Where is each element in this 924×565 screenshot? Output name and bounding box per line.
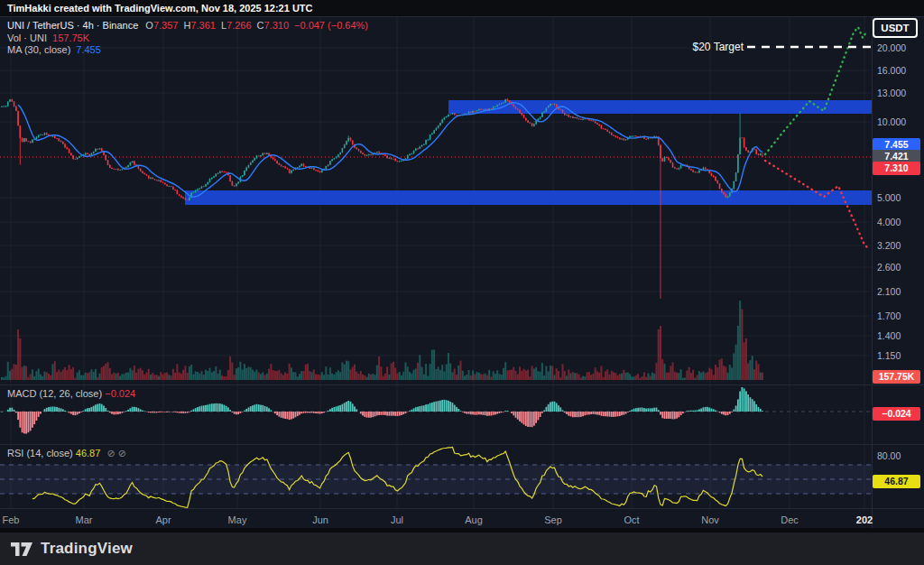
legend-ma-row: MA (30, close) 7.455 [7, 44, 368, 57]
time-axis-label: 202 [856, 514, 873, 525]
symbol-title[interactable]: UNI / TetherUS · 4h · Binance [7, 20, 138, 32]
rsi-hidden-icons: ⊘ ⊘ [106, 448, 126, 458]
price-badge: 7.455 [873, 138, 920, 152]
high-value: H7.361 [183, 20, 215, 32]
time-axis-label: Nov [701, 514, 719, 525]
tradingview-published-chart: TimHakki created with TradingView.com, N… [0, 0, 924, 565]
macd-value: −0.024 [105, 388, 135, 399]
symbol-legend: UNI / TetherUS · 4h · Binance O7.357 H7.… [7, 20, 368, 57]
time-axis-label: Apr [155, 514, 171, 525]
price-axis-tick: 13.000 [877, 88, 906, 98]
legend-volume-row: Vol · UNI 157.75K [7, 32, 368, 45]
close-value: C7.310 [257, 20, 289, 32]
rsi-value: 46.87 [76, 448, 101, 458]
price-axis-tick: 1.700 [877, 310, 901, 321]
time-axis-label: Oct [624, 514, 639, 525]
price-axis-tick: 16.000 [877, 65, 906, 76]
price-badge: 46.87 [873, 475, 920, 488]
ma-label[interactable]: MA (30, close) [7, 44, 70, 57]
pane-divider [0, 444, 924, 445]
rsi-pane[interactable] [0, 445, 872, 508]
price-badge: −0.024 [873, 407, 920, 421]
price-axis-tick: 20.000 [877, 42, 906, 53]
price-axis-tick: 2.600 [877, 262, 901, 273]
rsi-legend[interactable]: RSI (14, close) 46.87 ⊘ ⊘ [7, 448, 126, 459]
time-axis-label: Aug [465, 514, 483, 525]
attribution-text: TimHakki created with TradingView.com, N… [7, 3, 313, 14]
price-axis-border [872, 16, 873, 528]
legend-ohlc-row: UNI / TetherUS · 4h · Binance O7.357 H7.… [7, 20, 368, 32]
price-axis-tick: 1.400 [877, 330, 901, 341]
price-axis-tick: 3.200 [877, 240, 901, 251]
price-badge: 7.310 [873, 162, 920, 175]
price-axis-tick: 2.100 [877, 286, 901, 297]
volume-label[interactable]: Vol · UNI [7, 32, 47, 45]
ma-value: 7.455 [76, 44, 101, 57]
volume-value: 157.75K [52, 32, 89, 45]
quote-currency-button[interactable]: USDT [873, 18, 918, 38]
change-value: −0.047 (−0.64%) [294, 20, 368, 32]
time-axis-label: Jun [312, 514, 328, 525]
pane-divider [0, 384, 924, 385]
tradingview-logo-icon[interactable] [11, 542, 32, 557]
price-axis-tick: 10.000 [877, 116, 906, 127]
time-axis-label: Jul [391, 514, 403, 525]
time-axis-label: Feb [3, 514, 20, 525]
macd-label: MACD (12, 26, close) [7, 388, 102, 399]
price-axis-tick: 4.000 [877, 217, 901, 227]
pane-divider [0, 16, 924, 17]
price-pane[interactable] [0, 16, 872, 384]
price-badge: 157.75K [873, 370, 920, 384]
rsi-label: RSI (14, close) [7, 448, 73, 458]
attribution-bar: TimHakki created with TradingView.com, N… [0, 0, 924, 16]
target-annotation[interactable]: $20 Target [670, 41, 744, 53]
time-axis-label: Sep [544, 514, 562, 525]
macd-legend[interactable]: MACD (12, 26, close) −0.024 [7, 388, 135, 399]
open-value: O7.357 [145, 20, 178, 32]
price-axis-tick: 5.000 [877, 192, 901, 203]
time-axis-label: Dec [781, 514, 799, 525]
price-badge: 7.421 [873, 150, 920, 163]
time-axis-label: May [228, 514, 247, 525]
pane-divider [0, 508, 924, 509]
low-value: L7.266 [221, 20, 252, 32]
time-axis-label: Mar [76, 514, 93, 525]
tradingview-wordmark[interactable]: TradingView [41, 540, 133, 558]
footer-bar: TradingView [0, 528, 924, 565]
price-axis-tick: 1.150 [877, 350, 901, 361]
price-axis-tick: 80.00 [877, 450, 901, 461]
